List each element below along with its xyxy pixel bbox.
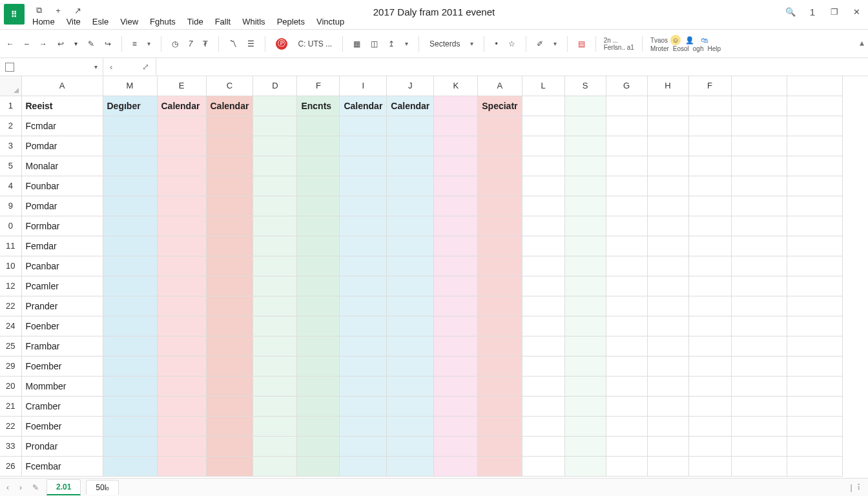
cell[interactable] [387, 256, 434, 276]
cell[interactable]: Monalar [21, 156, 103, 176]
cell[interactable] [522, 196, 564, 216]
cell[interactable] [688, 96, 731, 116]
cell[interactable] [731, 336, 787, 356]
cell[interactable] [253, 376, 297, 396]
cell[interactable] [297, 176, 340, 196]
cell[interactable] [340, 116, 387, 136]
cell[interactable] [647, 196, 688, 216]
cell[interactable] [731, 376, 787, 396]
cell[interactable]: Founbar [21, 176, 103, 196]
cell[interactable] [647, 216, 688, 236]
cell[interactable] [606, 416, 647, 436]
cell[interactable] [206, 236, 253, 256]
column-header[interactable]: F [297, 76, 340, 96]
cell[interactable] [340, 336, 387, 356]
cell[interactable] [478, 396, 522, 416]
cell[interactable] [253, 436, 297, 456]
doc-icon[interactable]: ⧉ [34, 5, 44, 16]
cell[interactable] [787, 96, 842, 116]
menu-whitls[interactable]: Whitls [242, 17, 265, 26]
cell[interactable] [647, 316, 688, 336]
column-header[interactable] [731, 76, 787, 96]
cell[interactable] [340, 156, 387, 176]
cell[interactable] [478, 336, 522, 356]
cell[interactable] [434, 256, 478, 276]
cell[interactable] [688, 176, 731, 196]
cell[interactable] [606, 376, 647, 396]
cell[interactable] [253, 236, 297, 256]
cell[interactable] [206, 216, 253, 236]
cell[interactable]: Pomdar [21, 196, 103, 216]
cell[interactable] [478, 436, 522, 456]
cell[interactable] [606, 216, 647, 236]
cell[interactable] [157, 276, 206, 296]
cell[interactable]: Degıber [103, 96, 157, 116]
cell[interactable] [297, 356, 340, 376]
cell[interactable] [478, 276, 522, 296]
cell[interactable] [478, 216, 522, 236]
cell[interactable] [253, 396, 297, 416]
cell[interactable] [647, 416, 688, 436]
cell[interactable] [564, 456, 606, 476]
cell[interactable] [103, 176, 157, 196]
cell[interactable] [564, 116, 606, 136]
cell[interactable] [606, 256, 647, 276]
cell[interactable] [647, 436, 688, 456]
pin-icon[interactable]: ↗ [72, 5, 83, 16]
cell[interactable] [297, 296, 340, 316]
cell[interactable] [787, 216, 842, 236]
cell[interactable]: Encnts [297, 96, 340, 116]
cell[interactable] [253, 356, 297, 376]
cell[interactable] [478, 196, 522, 216]
cell[interactable] [434, 456, 478, 476]
cell[interactable] [606, 156, 647, 176]
cell[interactable] [522, 216, 564, 236]
cell[interactable] [787, 296, 842, 316]
cell[interactable] [434, 196, 478, 216]
cell[interactable] [787, 336, 842, 356]
cell[interactable] [606, 336, 647, 356]
cell[interactable] [157, 416, 206, 436]
cell[interactable] [564, 276, 606, 296]
person-icon[interactable]: 👤 [685, 35, 695, 45]
cell[interactable] [206, 296, 253, 316]
cell[interactable] [434, 156, 478, 176]
cell[interactable] [340, 176, 387, 196]
column-header[interactable]: H [647, 76, 688, 96]
cell[interactable] [387, 236, 434, 256]
cell[interactable] [340, 256, 387, 276]
cell[interactable] [103, 436, 157, 456]
cell[interactable] [787, 116, 842, 136]
cell[interactable] [253, 216, 297, 236]
menu-fallt[interactable]: Fallt [215, 17, 231, 26]
column-header[interactable] [787, 76, 842, 96]
cell[interactable] [157, 296, 206, 316]
cell[interactable] [297, 276, 340, 296]
cell[interactable] [606, 316, 647, 336]
cell[interactable] [340, 396, 387, 416]
cell[interactable] [297, 456, 340, 476]
row-header[interactable]: 2 [0, 116, 21, 136]
menu-esle[interactable]: Esle [92, 17, 108, 26]
name-box[interactable]: ▾ [0, 58, 103, 76]
cell[interactable] [434, 316, 478, 336]
chart-icon[interactable]: 〽 [227, 38, 240, 50]
cell[interactable] [522, 376, 564, 396]
cell[interactable] [787, 236, 842, 256]
cell[interactable] [434, 356, 478, 376]
cell[interactable] [688, 256, 731, 276]
cell[interactable] [647, 176, 688, 196]
row2a[interactable]: Mroter [650, 45, 669, 52]
cell[interactable] [434, 396, 478, 416]
cell[interactable] [206, 376, 253, 396]
clock-icon[interactable]: ◷ [169, 38, 181, 50]
cell[interactable] [253, 256, 297, 276]
cell[interactable] [688, 136, 731, 156]
cell[interactable] [340, 196, 387, 216]
cell[interactable]: Foember [21, 416, 103, 436]
cell[interactable] [434, 96, 478, 116]
cell[interactable] [340, 356, 387, 376]
cell[interactable] [253, 416, 297, 436]
cell[interactable] [731, 96, 787, 116]
cell[interactable] [522, 336, 564, 356]
